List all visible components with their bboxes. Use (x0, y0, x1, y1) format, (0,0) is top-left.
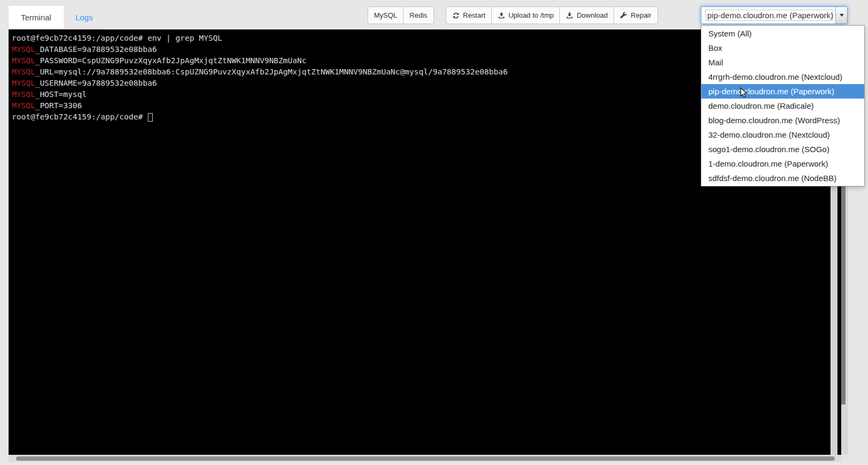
horizontal-scrollbar[interactable] (9, 455, 848, 462)
action-button-group: Restart Upload to /tmp Download Repair (446, 6, 658, 24)
app-select-value: pip-demo.cloudron.me (Paperwork) (705, 10, 833, 21)
dropdown-option[interactable]: sdfdsf-demo.cloudron.me (NodeBB) (701, 171, 864, 185)
restart-icon (452, 12, 460, 19)
tab-terminal[interactable]: Terminal (9, 6, 64, 29)
tab-bar: Terminal Logs (9, 6, 104, 29)
app-dropdown: System (All)BoxMail4rrgrh-demo.cloudron.… (701, 25, 865, 186)
upload-button[interactable]: Upload to /tmp (491, 6, 560, 24)
dropdown-option[interactable]: 32-demo.cloudron.me (Nextcloud) (701, 128, 864, 142)
dropdown-option[interactable]: 4rrgrh-demo.cloudron.me (Nextcloud) (701, 70, 864, 84)
dropdown-option[interactable]: demo.cloudron.me (Radicale) (701, 99, 864, 113)
dropdown-option[interactable]: Mail (701, 55, 864, 70)
terminal-cursor (148, 113, 153, 122)
app-select[interactable]: pip-demo.cloudron.me (Paperwork) (701, 6, 848, 24)
dropdown-option[interactable]: sogo1-demo.cloudron.me (SOGo) (701, 142, 864, 156)
dropdown-option[interactable]: blog-demo.cloudron.me (WordPress) (701, 113, 864, 128)
upload-icon (498, 12, 505, 19)
restart-button[interactable]: Restart (446, 6, 492, 24)
download-button[interactable]: Download (559, 6, 614, 24)
dropdown-option[interactable]: Box (701, 41, 864, 55)
mysql-button[interactable]: MySQL (368, 6, 403, 24)
dropdown-option[interactable]: pip-demo.cloudron.me (Paperwork) (701, 84, 864, 99)
mouse-cursor (740, 87, 749, 99)
chevron-down-icon (840, 14, 844, 19)
db-button-group: MySQL Redis (368, 6, 434, 24)
redis-button[interactable]: Redis (403, 6, 433, 24)
horizontal-scrollbar-thumb[interactable] (16, 456, 835, 461)
scrollbar-corner (841, 455, 848, 462)
app-select-dropdown-button[interactable] (835, 7, 847, 24)
repair-button[interactable]: Repair (613, 6, 657, 24)
dropdown-option[interactable]: System (All) (701, 26, 864, 41)
tab-logs[interactable]: Logs (64, 6, 105, 29)
dropdown-option[interactable]: 1-demo.cloudron.me (Paperwork) (701, 156, 864, 171)
repair-icon (620, 12, 627, 19)
download-icon (566, 12, 573, 19)
